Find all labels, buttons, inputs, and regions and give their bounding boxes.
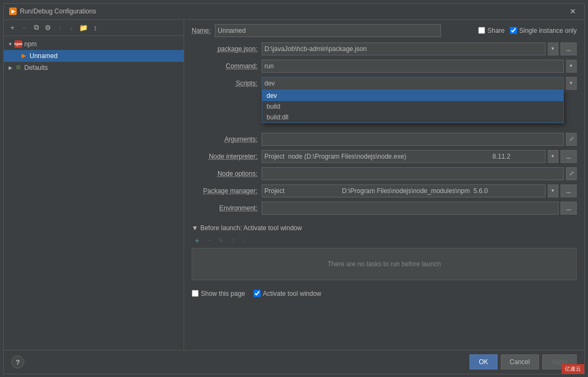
scripts-combo-btn[interactable]: ▼ (566, 77, 577, 90)
dropdown-item-builddll[interactable]: build:dll (262, 112, 563, 123)
npm-icon: npm (15, 40, 22, 48)
tree-item-npm[interactable]: ▼ npm npm (4, 38, 184, 50)
show-page-checkbox-row: Show this page (192, 290, 245, 297)
before-launch-arrow-icon: ▼ (192, 224, 198, 232)
environment-wrap: ... (262, 202, 577, 215)
dropdown-item-build[interactable]: build (262, 101, 563, 112)
tree-item-defaults[interactable]: ▶ ⚙ Defaults (4, 62, 184, 74)
scripts-input[interactable] (262, 77, 564, 90)
right-panel: Name: Share Single instance only packa (184, 20, 584, 350)
dialog-icon: ▶ (9, 8, 17, 15)
scripts-dropdown: dev build build:dll (262, 90, 564, 123)
package-manager-browse-btn[interactable]: ... (561, 184, 577, 197)
arguments-label: Arguments: (192, 136, 262, 143)
before-launch-up-btn[interactable]: ↑ (227, 235, 238, 246)
command-input[interactable] (262, 60, 564, 73)
environment-label: Environment: (192, 204, 262, 212)
before-launch-title: Before launch: Activate tool window (200, 224, 302, 232)
node-options-input[interactable] (262, 167, 564, 180)
package-json-combo-btn[interactable]: ▼ (548, 42, 558, 55)
share-checkbox-row: Share (478, 27, 505, 34)
footer: ? OK Cancel Apply (4, 350, 584, 374)
node-interpreter-browse-btn[interactable]: ... (561, 150, 577, 163)
title-bar: ▶ Run/Debug Configurations ✕ (4, 4, 584, 20)
move-down-button[interactable]: ↓ (66, 22, 77, 33)
show-page-checkbox[interactable] (192, 290, 199, 297)
dropdown-item-dev[interactable]: dev (262, 90, 563, 101)
scripts-label: Scripts: (192, 80, 262, 87)
package-json-input[interactable] (262, 42, 545, 55)
scripts-input-wrap: ▼ dev build build:dll (262, 77, 577, 90)
defaults-label: Defaults (24, 64, 48, 72)
before-launch-header[interactable]: ▼ Before launch: Activate tool window (192, 224, 577, 232)
name-row: Name: (192, 24, 441, 37)
before-launch-down-btn[interactable]: ↓ (239, 235, 250, 246)
node-options-label: Node options: (192, 170, 262, 177)
run-debug-dialog: ▶ Run/Debug Configurations ✕ + − ⧉ ⚙ ↑ ↓… (3, 3, 585, 374)
before-launch-edit-btn[interactable]: ✎ (215, 235, 226, 246)
tree-item-unnamed[interactable]: ▶ Unnamed (4, 50, 184, 62)
package-json-label: package.json: (192, 45, 262, 53)
npm-arrow-icon: ▼ (7, 41, 13, 47)
package-manager-combo-btn[interactable]: ▼ (548, 184, 558, 197)
activate-tool-checkbox-row: Activate tool window (254, 290, 321, 297)
single-instance-checkbox[interactable] (510, 27, 517, 34)
top-right: Share Single instance only (478, 27, 577, 34)
copy-config-button[interactable]: ⧉ (31, 22, 41, 33)
before-launch-remove-btn[interactable]: − (204, 235, 214, 246)
environment-input[interactable] (262, 202, 558, 215)
node-interpreter-input[interactable] (262, 150, 545, 163)
main-content: + − ⧉ ⚙ ↑ ↓ 📁 ↕ ▼ npm npm (4, 20, 584, 350)
activate-tool-checkbox[interactable] (254, 290, 261, 297)
tasks-area: There are no tasks to run before launch (192, 248, 577, 280)
ok-button[interactable]: OK (470, 354, 497, 369)
node-interpreter-row: Node interpreter: ▼ ... (192, 150, 577, 163)
cancel-button[interactable]: Cancel (501, 354, 539, 369)
help-button[interactable]: ? (11, 355, 24, 368)
close-button[interactable]: ✕ (567, 6, 579, 16)
arguments-input-wrap: ⤢ (262, 133, 577, 146)
bottom-options: Show this page Activate tool window (192, 290, 577, 297)
arguments-row: Arguments: ⤢ (192, 133, 577, 146)
unnamed-label: Unnamed (30, 52, 58, 60)
scripts-row: Scripts: ▼ dev build build:dll (192, 77, 577, 90)
show-page-label: Show this page (201, 290, 245, 297)
top-bar: Name: Share Single instance only (192, 24, 577, 37)
watermark: 亿速云 (562, 364, 584, 374)
arguments-input[interactable] (262, 133, 564, 146)
environment-browse-btn[interactable]: ... (561, 202, 577, 215)
config-tree: ▼ npm npm ▶ Unnamed ▶ ⚙ (4, 36, 184, 350)
footer-buttons: OK Cancel Apply (470, 354, 577, 369)
package-json-browse-btn[interactable]: ... (561, 42, 577, 55)
package-manager-input[interactable] (262, 184, 545, 197)
name-input[interactable] (215, 24, 441, 37)
add-config-button[interactable]: + (7, 22, 18, 33)
npm-label: npm (24, 40, 37, 48)
share-label: Share (487, 27, 505, 34)
package-json-row: package.json: ▼ ... (192, 42, 577, 55)
node-interpreter-combo-btn[interactable]: ▼ (548, 150, 558, 163)
left-toolbar: + − ⧉ ⚙ ↑ ↓ 📁 ↕ (4, 20, 184, 36)
arguments-expand-btn[interactable]: ⤢ (566, 133, 577, 146)
package-manager-row: Package manager: ▼ ... (192, 184, 577, 197)
sort-button[interactable]: ↕ (90, 22, 101, 33)
config-settings-button[interactable]: ⚙ (43, 22, 53, 33)
package-manager-wrap: ▼ ... (262, 184, 577, 197)
package-json-input-wrap: ▼ ... (262, 42, 577, 55)
before-launch-toolbar: + − ✎ ↑ ↓ (192, 235, 577, 246)
share-checkbox[interactable] (478, 27, 485, 34)
command-combo-btn[interactable]: ▼ (566, 60, 577, 73)
package-manager-label: Package manager: (192, 187, 262, 195)
left-panel: + − ⧉ ⚙ ↑ ↓ 📁 ↕ ▼ npm npm (4, 20, 184, 350)
move-up-button[interactable]: ↑ (54, 22, 65, 33)
before-launch-add-btn[interactable]: + (192, 235, 202, 246)
folder-button[interactable]: 📁 (78, 22, 89, 33)
command-row: Command: ▼ (192, 60, 577, 73)
node-options-wrap: ⤢ (262, 167, 577, 180)
node-options-expand-btn[interactable]: ⤢ (566, 167, 577, 180)
node-interpreter-wrap: ▼ ... (262, 150, 577, 163)
node-interpreter-label: Node interpreter: (192, 153, 262, 160)
run-config-icon: ▶ (20, 52, 27, 60)
remove-config-button[interactable]: − (19, 22, 30, 33)
defaults-arrow-icon: ▶ (7, 65, 13, 71)
